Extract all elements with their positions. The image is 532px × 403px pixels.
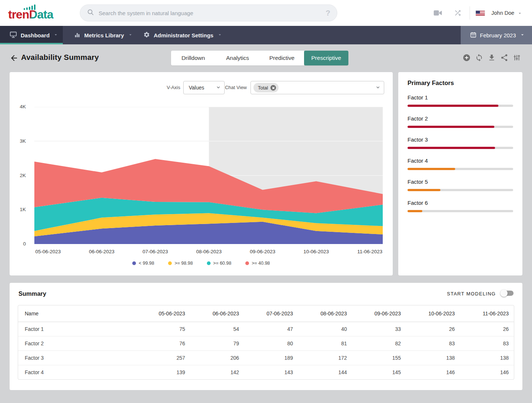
- value-cell: 40: [298, 322, 352, 336]
- value-cell: 155: [352, 350, 406, 365]
- availability-chart-card: V-Axis Values Chat View Total 01K2K3K4K …: [10, 72, 393, 275]
- nav-item-metrics-library[interactable]: Metrics Library: [66, 26, 133, 44]
- legend-item[interactable]: >= 98.98: [168, 261, 192, 266]
- value-cell: 75: [136, 322, 190, 336]
- x-tick-label: 11-06-2023: [349, 248, 390, 255]
- start-modeling-label: START MODELING: [447, 291, 496, 297]
- back-arrow-icon[interactable]: [10, 54, 18, 62]
- toolbar-actions: [463, 54, 521, 62]
- nav-item-administrator-settings[interactable]: Administrator Settings: [135, 26, 222, 44]
- value-cell: 144: [298, 365, 352, 379]
- value-cell: 172: [298, 350, 352, 365]
- chat-view-label: Chat View: [216, 81, 247, 94]
- value-cell: 79: [190, 336, 244, 350]
- shuffle-icon[interactable]: [454, 9, 462, 18]
- factor-progress-fill: [407, 105, 498, 107]
- value-cell: 146: [460, 365, 514, 379]
- nav-label: Dashboard: [21, 32, 50, 38]
- x-tick-label: 06-06-2023: [81, 248, 122, 255]
- legend-item[interactable]: < 99.98: [132, 261, 154, 266]
- period-selector[interactable]: February 2023: [461, 26, 532, 44]
- value-cell: 76: [136, 336, 190, 350]
- x-tick-label: 09-06-2023: [242, 248, 283, 255]
- search-input[interactable]: [99, 10, 325, 16]
- summary-title: Summary: [18, 290, 46, 297]
- tab-drilldown[interactable]: Drilldown: [171, 51, 215, 65]
- value-cell: 80: [244, 336, 298, 350]
- chip-close-icon[interactable]: [270, 85, 276, 91]
- table-row: Factor 3257206189172155138138: [18, 350, 514, 365]
- legend-dot-icon: [207, 261, 211, 265]
- factor-progress-track: [407, 147, 513, 149]
- legend-label: >= 40.98: [252, 261, 270, 266]
- stacked-area-chart[interactable]: [34, 107, 383, 244]
- y-tick-label: 4K: [10, 104, 26, 110]
- chat-view-select[interactable]: Total: [250, 81, 384, 94]
- monitor-icon: [10, 31, 17, 39]
- row-name-cell: Factor 2: [18, 336, 136, 350]
- y-tick-label: 0: [10, 241, 26, 247]
- user-name[interactable]: John Doe: [491, 0, 514, 26]
- table-row: Factor 4139142143144145146146: [18, 365, 514, 379]
- column-header: 09-06-2023: [352, 305, 406, 322]
- share-icon[interactable]: [500, 54, 508, 62]
- factor-progress-track: [407, 210, 513, 212]
- tab-predictive[interactable]: Predictive: [260, 51, 304, 65]
- view-tabs: DrilldownAnalyticsPredictivePrescriptive: [171, 51, 348, 65]
- tab-prescriptive[interactable]: Prescriptive: [304, 51, 348, 65]
- legend-item[interactable]: >= 40.98: [245, 261, 270, 266]
- download-icon[interactable]: [488, 54, 496, 62]
- factor-item: Factor 4: [407, 158, 513, 170]
- gear-icon: [143, 31, 150, 39]
- chat-view-chip: Total: [253, 83, 279, 92]
- value-cell: 26: [406, 322, 460, 336]
- page-title: Availability Summary: [21, 53, 99, 62]
- calendar-icon: [470, 31, 477, 39]
- chevron-down-icon: [217, 32, 222, 38]
- video-camera-icon[interactable]: [433, 9, 442, 18]
- factor-progress-fill: [407, 147, 495, 149]
- app-header: trenData ? John Doe: [0, 0, 532, 26]
- chevron-down-icon: [519, 32, 525, 39]
- bar-chart-icon: [74, 31, 81, 39]
- factor-item: Factor 6: [407, 200, 513, 212]
- factor-label: Factor 4: [407, 158, 513, 164]
- global-search: ?: [80, 4, 337, 21]
- summary-card: Summary START MODELING Name05-06-202306-…: [10, 283, 522, 390]
- period-label: February 2023: [480, 32, 516, 38]
- chart-legend: < 99.98>= 98.98>= 60.98>= 40.98: [10, 261, 393, 266]
- primary-factors-list: Factor 1Factor 2Factor 3Factor 4Factor 5…: [407, 94, 513, 221]
- add-circle-icon[interactable]: [463, 54, 471, 62]
- start-modeling-toggle[interactable]: [500, 289, 514, 297]
- sync-icon[interactable]: [475, 54, 483, 62]
- legend-dot-icon: [132, 261, 136, 265]
- factor-progress-track: [407, 105, 513, 107]
- factor-progress-fill: [407, 189, 440, 191]
- value-cell: 26: [460, 322, 514, 336]
- nav-item-dashboard[interactable]: Dashboard: [0, 26, 63, 44]
- legend-item[interactable]: >= 60.98: [207, 261, 231, 266]
- factor-item: Factor 3: [407, 136, 513, 149]
- user-menu-chevron-down-icon[interactable]: [517, 11, 522, 17]
- v-axis-label: V-Axis: [150, 81, 180, 94]
- value-cell: 82: [352, 336, 406, 350]
- value-cell: 146: [406, 365, 460, 379]
- table-row: Factor 175544740332626: [18, 322, 514, 336]
- column-header: 10-06-2023: [406, 305, 460, 322]
- value-cell: 189: [244, 350, 298, 365]
- primary-factors-card: Primary Factors Factor 1Factor 2Factor 3…: [398, 72, 522, 275]
- factor-progress-track: [407, 126, 513, 128]
- value-cell: 138: [460, 350, 514, 365]
- factor-progress-fill: [407, 168, 455, 170]
- tab-analytics[interactable]: Analytics: [215, 51, 260, 65]
- tune-icon[interactable]: [513, 54, 521, 62]
- trendata-logo[interactable]: trenData: [8, 3, 67, 23]
- nav-label: Administrator Settings: [154, 32, 214, 38]
- value-cell: 145: [352, 365, 406, 379]
- us-flag-icon[interactable]: [475, 10, 485, 16]
- factor-label: Factor 3: [407, 136, 513, 143]
- x-tick-label: 08-06-2023: [189, 248, 229, 255]
- primary-factors-title: Primary Factors: [407, 79, 454, 87]
- help-icon[interactable]: ?: [325, 9, 330, 17]
- x-tick-label: 05-06-2023: [28, 248, 68, 255]
